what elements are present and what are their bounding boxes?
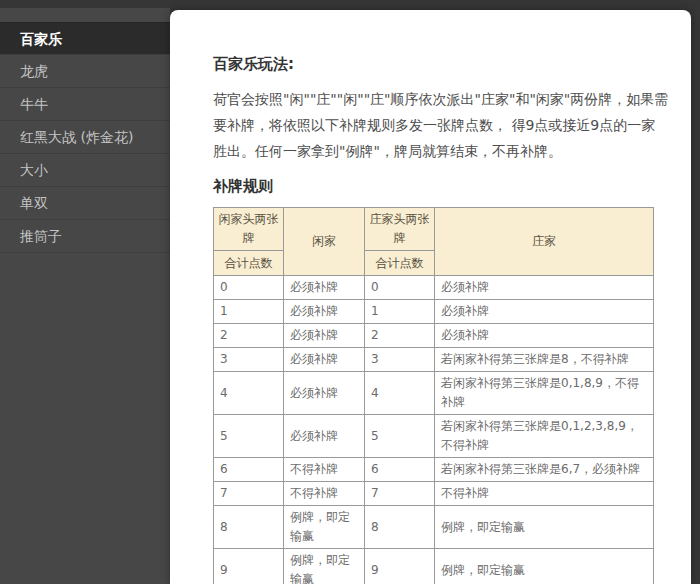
banker-action-cell: 例牌，即定输赢	[435, 549, 654, 584]
banker-action-cell: 若闲家补得第三张牌是0,1,2,3,8,9，不得补牌	[435, 415, 654, 458]
sidebar-item-odd-even[interactable]: 单双	[0, 187, 170, 220]
player-action-cell: 不得补牌	[284, 482, 365, 506]
player-total-cell: 4	[214, 372, 284, 415]
table-row: 7 不得补牌 7 不得补牌	[214, 482, 654, 506]
table-body: 0 必须补牌 0 必须补牌 1 必须补牌 1 必须补牌 2 必须补牌 2 必须补…	[214, 276, 654, 584]
sidebar: 百家乐 龙虎 牛牛 红黑大战 (炸金花) 大小 单双 推筒子	[0, 8, 170, 584]
section-title: 补牌规则	[213, 168, 669, 196]
content-area: 百家乐玩法: 荷官会按照"闲""庄""闲""庄"顺序依次派出"庄家"和"闲家"两…	[170, 10, 691, 584]
banker-total-cell: 0	[365, 276, 435, 300]
table-row: 6 不得补牌 6 若闲家补得第三张牌是6,7，必须补牌	[214, 458, 654, 482]
player-total-cell: 5	[214, 415, 284, 458]
table-row: 2 必须补牌 2 必须补牌	[214, 324, 654, 348]
banker-action-cell: 不得补牌	[435, 482, 654, 506]
player-total-cell: 9	[214, 549, 284, 584]
player-action-cell: 例牌，即定输赢	[284, 549, 365, 584]
banker-action-cell: 若闲家补得第三张牌是6,7，必须补牌	[435, 458, 654, 482]
table-row: 8 例牌，即定输赢 8 例牌，即定输赢	[214, 506, 654, 549]
page-title: 百家乐玩法:	[213, 54, 669, 74]
player-total-cell: 8	[214, 506, 284, 549]
banker-action-cell: 若闲家补得第三张牌是0,1,8,9，不得补牌	[435, 372, 654, 415]
table-row: 1 必须补牌 1 必须补牌	[214, 300, 654, 324]
banker-action-cell: 必须补牌	[435, 300, 654, 324]
header-banker: 庄家	[435, 208, 654, 276]
sidebar-item-tui-tong-zi[interactable]: 推筒子	[0, 220, 170, 253]
table-row: 9 例牌，即定输赢 9 例牌，即定输赢	[214, 549, 654, 584]
sidebar-item-baccarat[interactable]: 百家乐	[0, 22, 170, 55]
player-total-cell: 0	[214, 276, 284, 300]
player-total-cell: 6	[214, 458, 284, 482]
header-banker-two-cards: 庄家头两张牌	[365, 208, 435, 251]
player-total-cell: 2	[214, 324, 284, 348]
table-row: 3 必须补牌 3 若闲家补得第三张牌是8，不得补牌	[214, 348, 654, 372]
banker-total-cell: 5	[365, 415, 435, 458]
intro-paragraph: 荷官会按照"闲""庄""闲""庄"顺序依次派出"庄家"和"闲家"两份牌，如果需要…	[213, 86, 669, 164]
table-row: 0 必须补牌 0 必须补牌	[214, 276, 654, 300]
banker-total-cell: 2	[365, 324, 435, 348]
player-total-cell: 1	[214, 300, 284, 324]
table-row: 4 必须补牌 4 若闲家补得第三张牌是0,1,8,9，不得补牌	[214, 372, 654, 415]
header-player-two-cards: 闲家头两张牌	[214, 208, 284, 251]
sidebar-item-dragon-tiger[interactable]: 龙虎	[0, 55, 170, 88]
banker-total-cell: 6	[365, 458, 435, 482]
banker-total-cell: 8	[365, 506, 435, 549]
content-panel: 百家乐玩法: 荷官会按照"闲""庄""闲""庄"顺序依次派出"庄家"和"闲家"两…	[170, 10, 691, 584]
sidebar-item-red-black-war[interactable]: 红黑大战 (炸金花)	[0, 121, 170, 154]
banker-action-cell: 必须补牌	[435, 324, 654, 348]
banker-action-cell: 若闲家补得第三张牌是8，不得补牌	[435, 348, 654, 372]
player-action-cell: 不得补牌	[284, 458, 365, 482]
player-action-cell: 必须补牌	[284, 415, 365, 458]
banker-action-cell: 例牌，即定输赢	[435, 506, 654, 549]
player-action-cell: 例牌，即定输赢	[284, 506, 365, 549]
draw-rules-table: 闲家头两张牌 闲家 庄家头两张牌 庄家 合计点数 合计点数 0 必须补牌 0 必…	[213, 207, 654, 584]
header-player: 闲家	[284, 208, 365, 276]
table-row: 5 必须补牌 5 若闲家补得第三张牌是0,1,2,3,8,9，不得补牌	[214, 415, 654, 458]
player-action-cell: 必须补牌	[284, 348, 365, 372]
sidebar-item-niuniu[interactable]: 牛牛	[0, 88, 170, 121]
player-total-cell: 7	[214, 482, 284, 506]
sidebar-item-big-small[interactable]: 大小	[0, 154, 170, 187]
banker-action-cell: 必须补牌	[435, 276, 654, 300]
player-total-cell: 3	[214, 348, 284, 372]
player-action-cell: 必须补牌	[284, 372, 365, 415]
banker-total-cell: 7	[365, 482, 435, 506]
header-player-total: 合计点数	[214, 251, 284, 276]
player-action-cell: 必须补牌	[284, 276, 365, 300]
banker-total-cell: 1	[365, 300, 435, 324]
banker-total-cell: 9	[365, 549, 435, 584]
player-action-cell: 必须补牌	[284, 300, 365, 324]
table-header: 闲家头两张牌 闲家 庄家头两张牌 庄家 合计点数 合计点数	[214, 208, 654, 276]
player-action-cell: 必须补牌	[284, 324, 365, 348]
banker-total-cell: 4	[365, 372, 435, 415]
header-banker-total: 合计点数	[365, 251, 435, 276]
banker-total-cell: 3	[365, 348, 435, 372]
